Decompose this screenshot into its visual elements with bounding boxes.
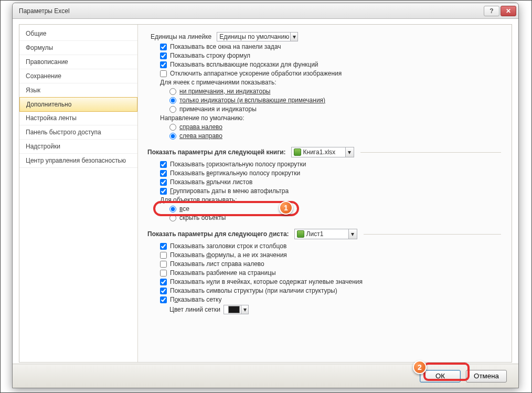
annotation-highlight-2 bbox=[423, 363, 470, 381]
show-formula-bar-checkbox[interactable] bbox=[160, 52, 167, 59]
sidebar-item-save[interactable]: Сохранение bbox=[19, 69, 137, 83]
comments-both-radio[interactable] bbox=[169, 106, 176, 113]
disable-hw-accel-checkbox[interactable] bbox=[160, 70, 167, 77]
titlebar: Параметры Excel ? ✕ bbox=[13, 3, 518, 19]
group-dates-checkbox[interactable] bbox=[160, 188, 167, 195]
show-headers-checkbox[interactable] bbox=[160, 243, 167, 250]
sidebar-item-addins[interactable]: Надстройки bbox=[19, 140, 137, 154]
workbook-icon bbox=[294, 148, 301, 156]
comments-label: Для ячеек с примечаниями показывать: bbox=[160, 79, 276, 86]
show-gridlines-checkbox[interactable] bbox=[160, 296, 167, 303]
gridline-color-label: Цвет линий сетки bbox=[169, 306, 220, 313]
annotation-badge-1: 1 bbox=[279, 201, 293, 215]
chevron-down-icon: ▾ bbox=[348, 229, 357, 239]
sidebar-item-ribbon[interactable]: Настройка ленты bbox=[19, 111, 137, 125]
main-panel: Единицы на линейке Единицы по умолчанию … bbox=[138, 25, 512, 362]
sidebar: Общие Формулы Правописание Сохранение Яз… bbox=[19, 25, 138, 362]
sidebar-item-trust[interactable]: Центр управления безопасностью bbox=[19, 154, 137, 168]
sidebar-item-language[interactable]: Язык bbox=[19, 83, 137, 98]
chevron-down-icon: ▾ bbox=[241, 305, 248, 314]
close-icon: ✕ bbox=[506, 7, 511, 15]
show-function-tooltips-checkbox[interactable] bbox=[160, 61, 167, 68]
book-select[interactable]: Книга1.xlsx ▾ bbox=[291, 147, 354, 157]
annotation-badge-2: 2 bbox=[413, 360, 427, 374]
ruler-units-select[interactable]: Единицы по умолчанию ▾ bbox=[217, 32, 298, 41]
sheet-select[interactable]: Лист1 ▾ bbox=[294, 229, 357, 239]
show-hscroll-checkbox[interactable] bbox=[160, 161, 167, 168]
comments-indicators-radio[interactable] bbox=[169, 97, 176, 104]
ruler-units-label: Единицы на линейке bbox=[151, 33, 211, 40]
sheet-rtl-checkbox[interactable] bbox=[160, 261, 167, 268]
chevron-down-icon: ▾ bbox=[290, 33, 297, 41]
show-formulas-checkbox[interactable] bbox=[160, 252, 167, 259]
cancel-button[interactable]: Отмена bbox=[466, 370, 507, 383]
show-page-breaks-checkbox[interactable] bbox=[160, 270, 167, 277]
sheet-group-header: Показать параметры для следующего листа:… bbox=[147, 229, 501, 239]
chevron-down-icon: ▾ bbox=[345, 147, 354, 157]
direction-rtl-radio[interactable] bbox=[169, 124, 176, 131]
close-button[interactable]: ✕ bbox=[501, 6, 516, 16]
sidebar-item-proofing[interactable]: Правописание bbox=[19, 55, 137, 69]
sidebar-item-advanced[interactable]: Дополнительно bbox=[19, 97, 137, 112]
gridline-color-select[interactable]: ▾ bbox=[224, 305, 249, 314]
worksheet-icon bbox=[297, 230, 304, 238]
show-vscroll-checkbox[interactable] bbox=[160, 170, 167, 177]
show-sheet-tabs-checkbox[interactable] bbox=[160, 179, 167, 186]
show-windows-taskbar-checkbox[interactable] bbox=[160, 44, 167, 50]
dialog-window: Параметры Excel ? ✕ Общие Формулы Правоп… bbox=[12, 3, 519, 388]
annotation-highlight-1 bbox=[153, 201, 299, 216]
direction-ltr-radio[interactable] bbox=[169, 133, 176, 140]
show-zeros-checkbox[interactable] bbox=[160, 279, 167, 285]
book-group-header: Показать параметры для следующей книги: … bbox=[147, 147, 501, 157]
sidebar-item-formulas[interactable]: Формулы bbox=[19, 41, 137, 55]
direction-label: Направление по умолчанию: bbox=[160, 114, 244, 122]
window-title: Параметры Excel bbox=[19, 7, 483, 15]
sidebar-item-general[interactable]: Общие bbox=[19, 27, 137, 41]
show-outline-checkbox[interactable] bbox=[160, 288, 167, 294]
help-button[interactable]: ? bbox=[484, 6, 499, 16]
sidebar-item-qat[interactable]: Панель быстрого доступа bbox=[19, 125, 137, 140]
comments-none-radio[interactable] bbox=[169, 88, 176, 95]
color-swatch-icon bbox=[228, 306, 240, 313]
